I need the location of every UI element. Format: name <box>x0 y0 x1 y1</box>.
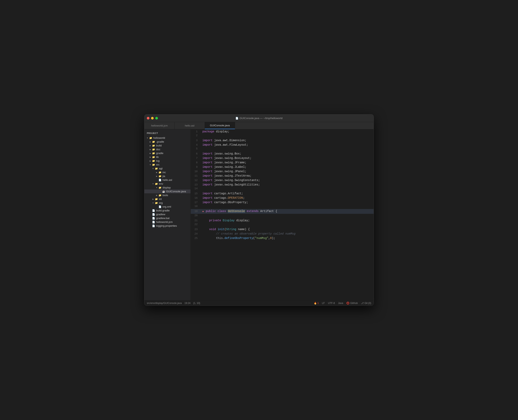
sidebar-item-helloworld[interactable]: ▼ 📁 helloworld <box>144 136 191 140</box>
close-button[interactable] <box>147 117 149 120</box>
sidebar-item-display[interactable]: ▼ 📁 display <box>144 186 191 189</box>
sidebar-item-doc[interactable]: ▶ 📁 doc <box>144 147 191 151</box>
folder-icon: 📁 <box>159 194 162 197</box>
sidebar-item-env[interactable]: ▼ 📁 env <box>144 182 191 186</box>
file-icon: 📄 <box>152 213 155 216</box>
code-line-6: 6 import javax.swing.Box; <box>191 151 374 156</box>
code-line-22: 22 <box>191 223 374 227</box>
titlebar: 📄 GUIConsole.java — ~/tmp/helloworld <box>144 114 374 122</box>
tab-helloworld-jcm[interactable]: helloworld.jcm <box>144 122 175 129</box>
code-line-14: 14 <box>191 187 374 191</box>
sidebar-item-src[interactable]: ▼ 📁 src <box>144 163 191 166</box>
file-icon: 📄 <box>152 217 155 220</box>
statusbar-left: src/env/display/GUIConsole.java 19:24 (1… <box>147 302 310 305</box>
folder-icon: 📁 <box>149 137 152 139</box>
sidebar-item-org[interactable]: ▼ 📁 org <box>144 201 191 205</box>
cursor-coords: (1, 10) <box>193 302 200 305</box>
chevron-right-icon: ▶ <box>155 171 158 173</box>
code-line-11: 11 import javax.swing.JTextArea; <box>191 174 374 178</box>
folder-icon: 📁 <box>155 182 158 185</box>
folder-icon: 📁 <box>152 156 155 158</box>
sidebar-item-build-gradle[interactable]: 📄 build.gradle <box>144 209 191 212</box>
sidebar-header: Project <box>144 130 191 136</box>
sidebar-item-jia[interactable]: ▶ 📁 jia <box>144 174 191 178</box>
sidebar-item-gradlew[interactable]: 📄 gradlew <box>144 212 191 216</box>
folder-icon: 📁 <box>152 148 155 151</box>
sidebar-item-hello-asl[interactable]: 📄 hello.asl <box>144 178 191 182</box>
tab-guiconsole-java[interactable]: GUIConsole.java <box>205 122 235 129</box>
code-line-17: 17 import cartago.ObsProperty; <box>191 200 374 205</box>
encoding: UTF-8 <box>328 302 335 305</box>
minimize-button[interactable] <box>151 117 154 120</box>
code-editor[interactable]: 1 package display; 2 3 import java.awt.D… <box>191 129 374 300</box>
sidebar-item-helloworld-jcm[interactable]: 📄 helloworld.jcm <box>144 220 191 224</box>
sidebar-item-inc[interactable]: ▶ 📁 inc <box>144 170 191 174</box>
sidebar-item-agt[interactable]: ▼ 📁 agt <box>144 166 191 170</box>
github-label: ⭕ GitHub <box>346 302 358 305</box>
code-line-2: 2 <box>191 134 374 138</box>
chevron-right-icon: ▶ <box>155 175 158 177</box>
folder-icon: 📁 <box>155 198 158 201</box>
cursor-position: 19:24 <box>185 302 191 305</box>
jcm-file-icon: 📄 <box>152 221 155 224</box>
folder-icon: 📁 <box>152 140 155 143</box>
code-line-9: 9 import javax.swing.JLabel; <box>191 165 374 169</box>
sidebar-item-org-xml[interactable]: 📄 org.xml <box>144 205 191 209</box>
chevron-right-icon: ▶ <box>149 145 152 147</box>
chevron-right-icon: ▶ <box>149 149 152 150</box>
folder-icon: 📁 <box>159 186 162 189</box>
code-line-1: 1 package display; <box>191 129 374 134</box>
language: Java <box>338 302 343 305</box>
xml-file-icon: 📄 <box>159 205 162 208</box>
code-line-15: 15 import cartago.Artifact; <box>191 191 374 196</box>
sidebar-item-logging-properties[interactable]: 📄 logging.properties <box>144 224 191 228</box>
code-line-19: 19 ■ public class GUIConsole extends Art… <box>191 209 374 214</box>
code-line-4: 4 import java.awt.FlowLayout; <box>191 142 374 147</box>
file-icon: 📄 <box>235 117 239 120</box>
chevron-down-icon: ▼ <box>152 202 155 204</box>
folder-icon: 📁 <box>152 163 155 166</box>
file-path: src/env/display/GUIConsole.java <box>147 302 182 305</box>
code-line-23: 23 void init(String name) { <box>191 227 374 232</box>
statusbar-right: 🔥 1 LF UTF-8 Java ⭕ GitHub ⎇ Git (0) <box>314 302 371 305</box>
code-line-24: 24 // creates an observable property cal… <box>191 232 374 236</box>
sidebar-item-guiconsole[interactable]: ☕ GUIConsole.java <box>144 189 191 193</box>
chevron-right-icon: ▶ <box>149 160 152 162</box>
sidebar-item-lib[interactable]: ▶ 📁 lib <box>144 155 191 159</box>
code-line-3: 3 import java.awt.Dimension; <box>191 138 374 142</box>
sidebar-item-int[interactable]: ▶ 📁 int <box>144 197 191 201</box>
chevron-right-icon: ▶ <box>149 156 152 158</box>
folder-icon: 📁 <box>155 167 158 170</box>
sidebar-item-log[interactable]: ▶ 📁 log <box>144 159 191 163</box>
folder-icon: 📁 <box>152 159 155 162</box>
sidebar-item-tools[interactable]: ▶ 📁 tools <box>144 193 191 197</box>
sidebar-item-build[interactable]: ▶ 📁 build <box>144 144 191 147</box>
properties-file-icon: 📄 <box>152 225 155 227</box>
folder-icon: 📁 <box>152 152 155 155</box>
folder-icon: 📁 <box>155 202 158 204</box>
traffic-lights <box>147 117 158 120</box>
line-ending: LF <box>322 302 325 305</box>
chevron-down-icon: ▼ <box>155 187 158 189</box>
main-content: Project ▼ 📁 helloworld ▶ 📁 .gradle ▶ 📁 b… <box>144 129 374 300</box>
code-line-10: 10 import javax.swing.JPanel; <box>191 169 374 174</box>
sidebar: Project ▼ 📁 helloworld ▶ 📁 .gradle ▶ 📁 b… <box>144 129 191 300</box>
code-line-5: 5 <box>191 147 374 151</box>
java-file-icon: ☕ <box>162 190 165 193</box>
chevron-right-icon: ▶ <box>149 141 152 143</box>
chevron-right-icon: ▶ <box>149 152 152 154</box>
sidebar-item-gradle2[interactable]: ▶ 📁 gradle <box>144 151 191 155</box>
chevron-down-icon: ▼ <box>152 183 155 185</box>
git-label: ⎇ Git (0) <box>361 302 371 305</box>
code-line-25: 25 this.defineObsProperty("numMsg",0); <box>191 236 374 240</box>
window-title: 📄 GUIConsole.java — ~/tmp/helloworld <box>235 117 283 120</box>
chevron-down-icon: ▼ <box>146 137 149 139</box>
maximize-button[interactable] <box>155 117 158 120</box>
gradle-file-icon: 📄 <box>152 209 155 212</box>
code-lines: 1 package display; 2 3 import java.awt.D… <box>191 129 374 240</box>
sidebar-item-gradlew-bat[interactable]: 📄 gradlew.bat <box>144 216 191 220</box>
app-window: 📄 GUIConsole.java — ~/tmp/helloworld hel… <box>144 114 374 306</box>
sidebar-item-gradle[interactable]: ▶ 📁 .gradle <box>144 140 191 144</box>
tab-hello-asl[interactable]: hello.asl <box>175 122 205 129</box>
code-line-16: 16 import cartago.OPERATION; <box>191 196 374 200</box>
